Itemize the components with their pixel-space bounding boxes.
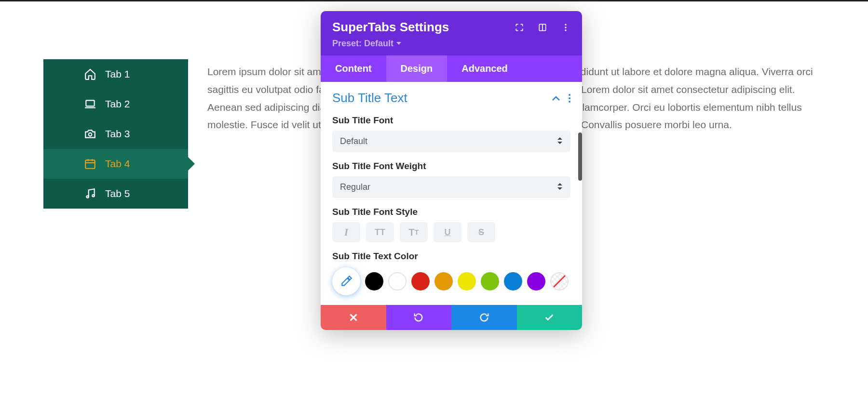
tab-item-4[interactable]: Tab 4 <box>43 149 188 179</box>
weight-value: Regular <box>340 182 370 192</box>
italic-button[interactable]: I <box>332 222 360 242</box>
tab-advanced[interactable]: Advanced <box>447 55 522 82</box>
strikethrough-button[interactable]: S <box>467 222 495 242</box>
panel-header: SuperTabs Settings Preset: Default <box>321 11 582 55</box>
underline-button[interactable]: U <box>434 222 461 242</box>
calendar-icon <box>84 158 96 170</box>
updown-icon <box>557 182 563 192</box>
swatch-yellow[interactable] <box>458 272 476 290</box>
camera-icon <box>84 128 96 140</box>
undo-button[interactable] <box>386 305 452 330</box>
scrollbar-thumb[interactable] <box>578 132 582 181</box>
uppercase-button[interactable]: TT <box>366 222 394 242</box>
tab-label: Tab 3 <box>105 128 130 140</box>
more-icon[interactable] <box>561 23 570 32</box>
swatch-white[interactable] <box>388 272 407 290</box>
tab-item-2[interactable]: Tab 2 <box>43 89 188 119</box>
home-icon <box>84 68 96 80</box>
save-button[interactable] <box>517 305 583 330</box>
collapse-icon[interactable] <box>552 93 560 103</box>
cancel-button[interactable] <box>321 305 386 330</box>
svg-point-3 <box>86 196 88 198</box>
font-select[interactable]: Default <box>332 131 570 152</box>
weight-select[interactable]: Regular <box>332 176 570 198</box>
panel-tabs: Content Design Advanced <box>321 55 582 82</box>
tab-item-5[interactable]: Tab 5 <box>43 179 188 209</box>
tab-label: Tab 4 <box>105 158 130 170</box>
laptop-icon <box>84 98 96 110</box>
swatch-blue[interactable] <box>504 272 522 290</box>
tab-content[interactable]: Content <box>321 55 386 82</box>
font-label: Sub Title Font <box>332 115 570 126</box>
settings-panel: SuperTabs Settings Preset: Default Conte… <box>321 11 582 330</box>
layout-icon[interactable] <box>538 23 547 32</box>
font-value: Default <box>340 136 367 146</box>
svg-point-1 <box>89 133 92 136</box>
swatch-transparent[interactable] <box>550 272 569 290</box>
music-icon <box>84 187 96 200</box>
svg-point-7 <box>565 26 566 28</box>
eyedropper-button[interactable] <box>332 267 360 295</box>
svg-point-4 <box>92 195 94 197</box>
redo-button[interactable] <box>451 305 517 330</box>
svg-point-6 <box>565 24 566 25</box>
panel-footer <box>321 305 582 330</box>
swatch-black[interactable] <box>365 272 383 290</box>
weight-label: Sub Title Font Weight <box>332 161 570 172</box>
updown-icon <box>557 136 563 146</box>
preset-label: Preset: Default <box>332 39 393 49</box>
svg-rect-0 <box>86 100 94 106</box>
expand-icon[interactable] <box>515 23 524 32</box>
tab-label: Tab 1 <box>105 68 130 80</box>
swatch-orange[interactable] <box>434 272 453 290</box>
vertical-tabs: Tab 1 Tab 2 Tab 3 Tab 4 Tab 5 <box>43 59 188 209</box>
tab-label: Tab 2 <box>105 98 130 110</box>
panel-title: SuperTabs Settings <box>332 20 449 35</box>
tab-item-3[interactable]: Tab 3 <box>43 119 188 149</box>
svg-rect-2 <box>85 160 95 168</box>
swatch-purple[interactable] <box>527 272 545 290</box>
tab-label: Tab 5 <box>105 188 130 199</box>
tab-design[interactable]: Design <box>386 55 448 82</box>
titlecase-button[interactable]: TT <box>400 222 428 242</box>
svg-point-8 <box>565 29 566 31</box>
swatch-red[interactable] <box>411 272 430 290</box>
swatch-green[interactable] <box>481 272 499 290</box>
color-label: Sub Title Text Color <box>332 251 570 262</box>
preset-dropdown[interactable]: Preset: Default <box>332 39 401 49</box>
section-title[interactable]: Sub Title Text <box>332 91 407 106</box>
style-label: Sub Title Font Style <box>332 207 570 217</box>
panel-body: Sub Title Text Sub Title Font Default Su… <box>321 82 582 305</box>
section-more-icon[interactable] <box>569 94 570 103</box>
tab-item-1[interactable]: Tab 1 <box>43 59 188 89</box>
